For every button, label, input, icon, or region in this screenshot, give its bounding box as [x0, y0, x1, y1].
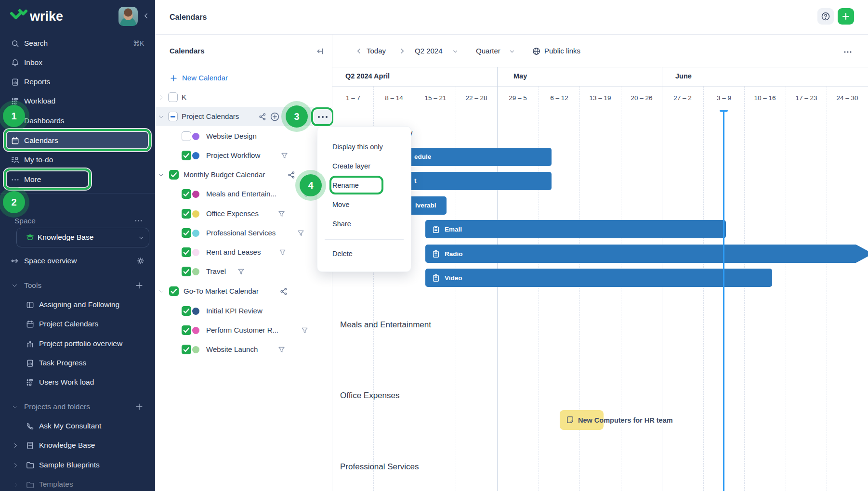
sidebar-item-project-calendars[interactable]: Project Calendars [39, 318, 98, 330]
layer-checkbox[interactable] [182, 151, 191, 160]
filter-icon[interactable] [277, 210, 286, 218]
layer-checkbox[interactable] [182, 228, 191, 238]
chevron-down-icon [509, 48, 515, 55]
menu-item-delete[interactable]: Delete [332, 248, 353, 259]
layer-checkbox[interactable] [182, 306, 191, 316]
calendar-checkbox-indeterminate[interactable] [168, 112, 178, 121]
layer-checkbox[interactable] [182, 131, 191, 141]
row-menu-button[interactable] [314, 110, 332, 124]
calendar-checkbox[interactable] [169, 170, 179, 180]
chevron-right-icon[interactable] [158, 94, 164, 101]
sidebar-item-task-progress[interactable]: Task Progress [39, 357, 86, 369]
chevron-down-icon[interactable] [158, 288, 164, 295]
share-icon[interactable] [258, 112, 267, 121]
period-dropdown[interactable]: Q2 2024 [415, 46, 443, 56]
task-bar[interactable]: Email [425, 220, 726, 238]
tools-section-label[interactable]: Tools [24, 279, 41, 292]
task-bar[interactable]: Video [425, 269, 772, 287]
menu-item-display-only[interactable]: Display this only [332, 142, 383, 152]
today-button[interactable]: Today [367, 46, 386, 56]
sidebar-item-dashboards[interactable]: Dashboards [24, 115, 65, 127]
collapse-panel-icon[interactable] [316, 47, 325, 56]
layer-checkbox[interactable] [182, 209, 191, 219]
layer-checkbox[interactable] [182, 267, 191, 276]
space-more-icon[interactable] [134, 216, 143, 225]
task-bar-label: edule [414, 153, 431, 160]
chevron-down-icon[interactable] [158, 172, 164, 178]
layer-label[interactable]: Website Design [206, 130, 257, 142]
calendar-group-label[interactable]: Go-To Market Calendar [184, 285, 259, 297]
chevron-down-icon[interactable] [158, 114, 164, 120]
avatar[interactable] [118, 7, 138, 26]
sidebar-item-ask-consultant[interactable]: Ask My Consultant [39, 420, 101, 432]
sidebar-item-reports[interactable]: Reports [24, 76, 50, 88]
sidebar-item-space-overview[interactable]: Space overview [24, 255, 77, 267]
plus-circle-icon[interactable] [270, 112, 280, 122]
layer-label[interactable]: Website Launch [206, 343, 258, 356]
filter-icon[interactable] [237, 268, 245, 276]
share-icon[interactable] [287, 170, 296, 180]
layer-checkbox[interactable] [182, 247, 191, 257]
plus-icon[interactable] [135, 402, 144, 411]
filter-icon[interactable] [278, 248, 287, 257]
layer-label[interactable]: Initial KPI Review [206, 305, 263, 317]
menu-item-share[interactable]: Share [332, 219, 351, 229]
plus-icon[interactable] [135, 281, 144, 290]
grid-line [786, 86, 786, 491]
help-icon [821, 12, 830, 21]
sidebar-item-users-workload[interactable]: Users Work load [39, 376, 94, 388]
collapse-sidebar-icon[interactable] [142, 12, 150, 20]
chevron-down-icon[interactable] [12, 283, 18, 289]
layer-label[interactable]: Meals and Entertain... [206, 188, 276, 200]
projects-section-label[interactable]: Projects and folders [24, 401, 90, 413]
layer-label[interactable]: Office Expenses [206, 207, 259, 220]
sidebar-item-assigning-following[interactable]: Assigning and Following [39, 298, 119, 311]
layer-checkbox[interactable] [182, 325, 191, 335]
public-links-button[interactable]: Public links [544, 46, 580, 56]
layer-label[interactable]: Project Workflow [206, 149, 260, 162]
add-button[interactable] [838, 8, 854, 25]
new-calendar-button[interactable]: New Calendar [182, 72, 228, 84]
sidebar-item-portfolio-overview[interactable]: Project portfolio overview [39, 337, 122, 350]
help-button[interactable] [817, 8, 834, 25]
week-label: 27 – 2 [662, 94, 703, 102]
gear-icon[interactable] [136, 257, 145, 265]
zoom-dropdown[interactable]: Quarter [476, 46, 500, 56]
calendar-group-label[interactable]: Monthly Budget Calendar [184, 168, 265, 181]
sidebar-item-inbox[interactable]: Inbox [24, 56, 42, 69]
sidebar-item-templates[interactable]: Templates [39, 478, 73, 491]
filter-icon[interactable] [277, 346, 286, 354]
prev-period-icon[interactable] [355, 47, 363, 55]
share-icon[interactable] [279, 287, 289, 296]
sidebar-item-workload[interactable]: Workload [24, 95, 55, 107]
calendar-group-label[interactable]: K [182, 91, 186, 103]
grid-line [827, 86, 827, 491]
chevron-right-icon[interactable] [13, 462, 19, 468]
next-period-icon[interactable] [398, 47, 406, 55]
filter-icon[interactable] [280, 152, 289, 160]
chevron-right-icon[interactable] [13, 442, 19, 449]
milestone-label[interactable]: New Computers for HR team [578, 414, 673, 426]
calendar-icon [26, 320, 35, 329]
filter-icon[interactable] [301, 326, 309, 335]
sidebar-item-search[interactable]: Search [24, 37, 48, 50]
chevron-down-icon[interactable] [12, 404, 18, 410]
menu-item-move[interactable]: Move [332, 199, 349, 210]
layer-label[interactable]: Perform Customer R... [206, 324, 278, 336]
calendar-group-label[interactable]: Project Calendars [182, 110, 239, 123]
task-bar[interactable]: Radio [425, 245, 868, 263]
layer-label[interactable]: Professional Services [206, 227, 276, 239]
toolbar-more-icon[interactable] [843, 47, 853, 57]
chevron-right-icon[interactable] [13, 482, 19, 488]
sidebar-item-my-todo[interactable]: My to-do [24, 154, 53, 166]
calendar-checkbox[interactable] [169, 286, 179, 296]
layer-label[interactable]: Rent and Leases [206, 246, 261, 258]
sidebar-item-knowledge-base[interactable]: Knowledge Base [39, 439, 95, 452]
calendar-checkbox[interactable] [168, 92, 178, 102]
menu-item-create-layer[interactable]: Create layer [332, 161, 370, 171]
layer-label[interactable]: Travel [206, 265, 226, 278]
layer-checkbox[interactable] [182, 189, 191, 199]
sidebar-item-sample-blueprints[interactable]: Sample Blueprints [39, 459, 100, 471]
filter-icon[interactable] [297, 229, 305, 237]
layer-checkbox[interactable] [182, 345, 191, 354]
